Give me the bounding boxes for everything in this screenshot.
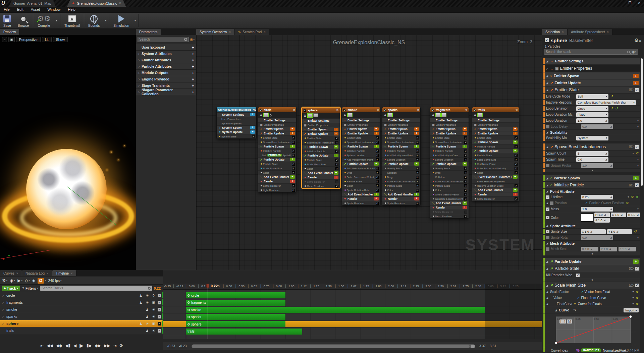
node-row-emitter-settings[interactable]: ↔Emitter Settings [302,118,340,123]
parameter-section-niagara-parameter-collection[interactable]: ▷Niagara Parameter Collection+ [136,89,196,95]
add-module-button[interactable]: + [374,197,379,200]
stack-sprite-rota[interactable]: Sprite Rota0.0◢▾ [543,235,640,240]
node-row-generate-location-event[interactable]: Generate Location Event✓ [430,196,469,201]
doc-tab-grenadeexplosionclassic[interactable]: GrenadeExplosionClassic✕ [67,0,126,7]
node-row-gravity-force[interactable]: Gravity Force✓ [430,166,469,170]
node-row-particle-spawn[interactable]: ○Particle Spawn+ [430,144,469,149]
node-row-emitter-update[interactable]: ↗Emitter Update+ [258,131,296,135]
bar-handle-icon[interactable] [187,294,190,297]
add-module-button[interactable]: + [633,176,639,180]
node-row-color[interactable]: Color✓ [302,166,340,171]
add-module-button[interactable]: + [250,130,255,134]
system-node[interactable]: GrenadeExplosionClassic_NS↔System Settin… [216,107,257,139]
node-row-particle-update[interactable]: ↗Particle Update+ [258,157,296,162]
stack-scale-mesh-size[interactable]: ◢↗Scale Mesh Size⌦✓ [543,282,640,289]
revert-icon[interactable]: ↺ [636,152,639,155]
node-row-scale-mesh-size[interactable]: Scale Mesh Size✓ [302,162,340,166]
module-enabled-checkbox[interactable]: ✓ [376,176,379,179]
node-row-spawn-burst-instantaneous[interactable]: Spawn Burst Instantaneous✓ [382,140,420,144]
person-icon[interactable]: ♟ [145,315,150,318]
emitter-node-sparks[interactable]: ✓sparks⧉♟↔Emitter Settings▣Emitter Prope… [382,107,421,205]
emitter-node-fragments[interactable]: ✓fragments⧉♟↔Emitter Settings▣Emitter Pr… [430,107,469,219]
node-row-render[interactable]: ♥Render+ [430,205,469,210]
node-row-emitter-properties[interactable]: ▣Emitter Properties [382,122,420,127]
collapse-arrow-icon[interactable]: ◢ [546,224,549,227]
revert-icon[interactable]: ↺ [615,107,618,110]
play-button[interactable]: ▶ [79,343,84,349]
view-range-start-value[interactable]: -0.23 [179,344,187,348]
module-enabled-checkbox[interactable]: ✓ [376,171,379,174]
add-track-button[interactable]: +Track▾ [2,286,20,291]
node-row-sphere-location[interactable]: Sphere Location✓ [382,157,420,162]
add-module-button[interactable]: + [513,175,518,179]
visibility-options-button[interactable]: ◉▾ [190,37,195,42]
node-row-render[interactable]: ♥Render+ [302,175,340,179]
stack-emitter-state[interactable]: ◢↗Emitter State⌦✓ [543,86,640,93]
chevron-down-icon[interactable]: ▾ [132,19,138,22]
module-enabled-checkbox[interactable]: ✓ [635,183,639,187]
module-enabled-checkbox[interactable]: ✓ [292,184,295,187]
number-field-stack-sprite-rota[interactable]: 0.0◢ [581,235,613,240]
parameter-section-module-outputs[interactable]: ▷Module Outputs+ [136,70,196,76]
module-enabled-checkbox[interactable]: ✓ [515,145,518,148]
renderer-thumbnail[interactable] [308,113,312,117]
node-row-particle-update[interactable]: ↗Particle Update+ [382,162,420,166]
stack-spawn-count[interactable]: Spawn Count1◢▾↺ [543,151,640,156]
add-module-button[interactable]: + [290,180,295,183]
track-row-fragments[interactable]: ▷fragments♟☀▣✓ [0,299,163,306]
add-module-button[interactable]: + [463,162,467,166]
renderer-icon[interactable]: ▣ [151,301,156,304]
node-row-emitter-properties[interactable]: ▣Emitter Properties [430,122,469,127]
stack-initialize-particle[interactable]: ◢○Initialize Particle⌦✓ [543,182,640,188]
module-enabled-checkbox[interactable]: ✓ [335,163,338,166]
person-icon[interactable]: ♟ [139,294,143,297]
add-module-button[interactable]: + [513,127,518,131]
bar-handle-icon[interactable] [187,309,190,311]
node-row-drag[interactable]: Drag✓ [430,170,469,175]
tab-parameters[interactable]: Parameters [136,29,161,35]
close-button[interactable]: ✕ [635,0,644,6]
node-row-emitter-state[interactable]: Emitter State✓ [258,135,296,140]
node-row-particle-update[interactable]: ↗Particle Update+ [472,149,519,153]
add-module-button[interactable]: + [374,127,379,131]
track-enabled-checkbox[interactable]: ✓ [158,301,161,304]
color-swatch[interactable] [581,214,593,222]
node-row-add-event-handler[interactable]: ⋱Add Event Handler+ [430,201,469,205]
chevron-down-icon[interactable]: ▾ [633,152,634,155]
add-parameter-button[interactable]: + [192,64,194,69]
open-emitter-icon[interactable]: ⧉ [417,108,419,112]
view-range-end-value[interactable]: 3.37 [479,344,486,348]
expander-arrow-icon[interactable]: ▷ [2,322,5,325]
node-row-particle-update[interactable]: ↗Particle Update+ [430,162,469,166]
track-row-circle[interactable]: ▷circle♟☀⚲✓ [0,292,163,299]
module-enabled-checkbox[interactable]: ✓ [292,150,295,153]
module-enabled-checkbox[interactable]: ✓ [335,150,338,153]
number-field-stack-spawn-proba[interactable]: 1.0◢ [581,163,613,168]
node-row-system-state[interactable]: System State✓ [217,134,256,138]
add-module-button[interactable]: + [290,132,295,135]
parameter-section-particle-attributes[interactable]: ▷Particle Attributes+ [136,63,196,70]
module-enabled-checkbox[interactable]: ✓ [515,136,518,139]
node-row-emitter-spawn[interactable]: ○Emitter Spawn+ [302,127,340,131]
module-enabled-checkbox[interactable]: ✓ [416,167,419,170]
close-icon[interactable]: ✕ [119,2,121,5]
save-button[interactable]: Save [0,13,14,28]
node-row-mesh-renderer[interactable]: Mesh Renderer✓ [302,184,340,188]
prop-enabled-checkbox[interactable] [546,125,549,128]
stack-curve[interactable]: ◢Curve↷Import▾ [543,307,640,313]
curve-graph[interactable]: 0.000.250.500.751.001.001.000.500.500.00… [545,313,640,347]
add-parameter-button[interactable]: + [192,45,194,50]
node-row-emitter-state[interactable]: Emitter State✓ [342,135,380,140]
add-module-button[interactable]: + [513,132,518,135]
module-enabled-checkbox[interactable]: ✓ [376,184,379,187]
collapse-arrow-icon[interactable]: ◢ [546,284,549,287]
module-enabled-checkbox[interactable]: ✓ [335,141,338,144]
module-enabled-checkbox[interactable]: ✓ [635,88,639,92]
viewport-maximize-button[interactable]: ▣ [8,37,15,42]
menu-help[interactable]: Help [64,7,79,11]
node-row-scale-sprite-size[interactable]: Scale Sprite Size✓ [472,157,519,162]
node-row-color[interactable]: Color✓ [342,183,380,188]
node-row-collision[interactable]: Collision✓ [430,175,469,179]
module-enabled-checkbox[interactable]: ✓ [416,176,419,179]
node-row-add-velocity-in-cone[interactable]: Add Velocity in Cone✓ [430,153,469,157]
